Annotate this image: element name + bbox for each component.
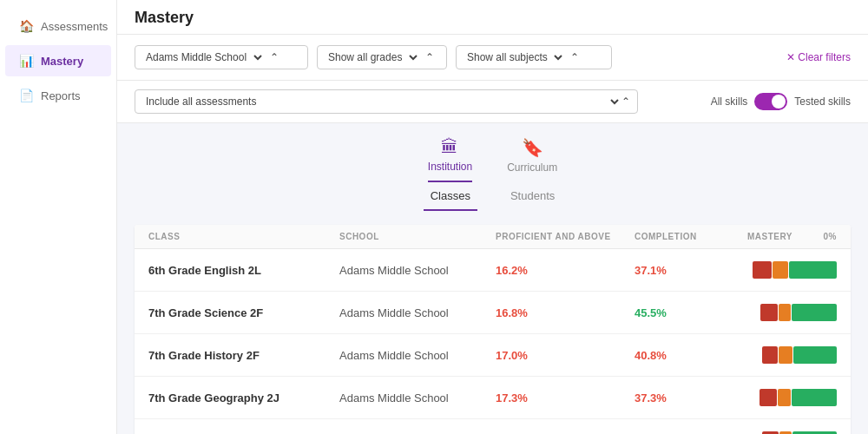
tested-skills-label: Tested skills bbox=[794, 95, 851, 108]
sidebar-item-label: Assessments bbox=[41, 20, 108, 33]
sidebar-item-label: Reports bbox=[41, 89, 81, 102]
school-name: Adams Middle School bbox=[339, 349, 496, 362]
table-row: 7th Grade Science 2F Adams Middle School… bbox=[135, 292, 851, 334]
table-row: 7th Grade Geography 2J Adams Middle Scho… bbox=[135, 377, 851, 419]
completion-value: 40.8% bbox=[635, 349, 747, 362]
institution-icon: 🏛 bbox=[441, 137, 458, 157]
bar-green bbox=[789, 261, 837, 279]
proficient-value: 16.2% bbox=[496, 264, 635, 277]
mastery-percent: 0% bbox=[824, 232, 837, 241]
skills-toggle[interactable] bbox=[754, 93, 787, 110]
class-name: 7th Grade History 2F bbox=[148, 349, 339, 362]
content-area: 🏛 Institution 🔖 Curriculum Classes Stude… bbox=[117, 123, 868, 434]
assessment-select[interactable]: Include all assessments bbox=[142, 95, 621, 108]
chart-icon: 📊 bbox=[19, 54, 34, 68]
sidebar-item-mastery[interactable]: 📊 Mastery bbox=[5, 45, 111, 76]
completion-value: 45.5% bbox=[635, 306, 747, 319]
bar-red bbox=[753, 261, 772, 279]
class-name: 7th Grade Geography 2J bbox=[148, 391, 339, 404]
class-name: 6th Grade English 2L bbox=[148, 264, 339, 277]
curriculum-icon: 🔖 bbox=[522, 137, 543, 158]
data-table: CLASS SCHOOL PROFICIENT AND ABOVE COMPLE… bbox=[135, 225, 851, 434]
assessment-filter[interactable]: Include all assessments ⌃ bbox=[135, 89, 638, 114]
school-filter[interactable]: Adams Middle School ⌃ bbox=[135, 45, 308, 69]
bar-red bbox=[762, 346, 778, 364]
tab-institution-label: Institution bbox=[428, 161, 472, 173]
mastery-bar bbox=[747, 389, 837, 406]
sidebar-item-label: Mastery bbox=[41, 55, 83, 68]
col-proficient: PROFICIENT AND ABOVE bbox=[496, 232, 635, 241]
bar-orange bbox=[779, 346, 792, 364]
mastery-bar bbox=[747, 304, 837, 321]
col-class: CLASS bbox=[148, 232, 339, 241]
all-skills-label: All skills bbox=[711, 95, 748, 108]
chevron-down-icon: ⌃ bbox=[621, 95, 630, 108]
col-mastery: MASTERY 0% bbox=[747, 232, 837, 241]
bar-orange bbox=[778, 389, 791, 406]
mastery-bar bbox=[747, 346, 837, 364]
school-name: Adams Middle School bbox=[339, 391, 496, 404]
proficient-value: 17.3% bbox=[496, 391, 635, 404]
table-row: 6th Grade Maths 2H Adams Middle School 1… bbox=[135, 419, 851, 434]
mastery-bar bbox=[747, 261, 837, 279]
bar-green bbox=[792, 304, 837, 321]
sidebar-item-assessments[interactable]: 🏠 Assessments bbox=[5, 10, 111, 42]
school-name: Adams Middle School bbox=[339, 264, 496, 277]
subtab-classes[interactable]: Classes bbox=[424, 186, 477, 211]
sidebar: 🏠 Assessments 📊 Mastery 📄 Reports bbox=[0, 0, 117, 434]
completion-value: 37.3% bbox=[635, 391, 747, 404]
second-filter-row: Include all assessments ⌃ All skills Tes… bbox=[117, 81, 868, 123]
sidebar-item-reports[interactable]: 📄 Reports bbox=[5, 80, 111, 111]
skills-toggle-group: All skills Tested skills bbox=[711, 93, 851, 110]
school-name: Adams Middle School bbox=[339, 306, 496, 319]
filters-row: Adams Middle School ⌃ Show all grades ⌃ … bbox=[117, 35, 868, 81]
bar-orange bbox=[779, 304, 791, 321]
proficient-value: 17.0% bbox=[496, 349, 635, 362]
main-tabs: 🏛 Institution 🔖 Curriculum bbox=[135, 123, 851, 182]
tab-curriculum[interactable]: 🔖 Curriculum bbox=[507, 137, 557, 182]
bar-orange bbox=[773, 261, 788, 279]
bar-green bbox=[793, 346, 837, 364]
chevron-down-icon: ⌃ bbox=[570, 51, 579, 63]
bar-red bbox=[760, 389, 777, 406]
clear-filters-button[interactable]: ✕ Clear filters bbox=[786, 51, 851, 63]
school-select[interactable]: Adams Middle School bbox=[142, 50, 265, 64]
bar-green bbox=[792, 389, 837, 406]
reports-icon: 📄 bbox=[19, 89, 34, 102]
bar-red bbox=[760, 304, 778, 321]
col-completion: COMPLETION bbox=[635, 232, 747, 241]
table-row: 7th Grade History 2F Adams Middle School… bbox=[135, 334, 851, 377]
completion-value: 37.1% bbox=[635, 264, 747, 277]
sub-tabs: Classes Students bbox=[135, 186, 851, 211]
subjects-filter[interactable]: Show all subjects ⌃ bbox=[456, 45, 612, 69]
col-school: SCHOOL bbox=[339, 232, 496, 241]
subjects-select[interactable]: Show all subjects bbox=[464, 50, 565, 64]
main-content: Mastery Adams Middle School ⌃ Show all g… bbox=[117, 0, 868, 434]
toggle-knob bbox=[772, 95, 786, 108]
table-header: CLASS SCHOOL PROFICIENT AND ABOVE COMPLE… bbox=[135, 225, 851, 249]
home-icon: 🏠 bbox=[19, 19, 34, 33]
grades-filter[interactable]: Show all grades ⌃ bbox=[317, 45, 447, 69]
tab-institution[interactable]: 🏛 Institution bbox=[428, 137, 472, 182]
subtab-students[interactable]: Students bbox=[503, 186, 562, 211]
grades-select[interactable]: Show all grades bbox=[325, 50, 420, 64]
page-title: Mastery bbox=[135, 9, 851, 34]
tab-curriculum-label: Curriculum bbox=[507, 161, 557, 174]
chevron-down-icon: ⌃ bbox=[425, 51, 434, 63]
table-row: 6th Grade English 2L Adams Middle School… bbox=[135, 249, 851, 292]
proficient-value: 16.8% bbox=[496, 306, 635, 319]
chevron-down-icon: ⌃ bbox=[270, 51, 279, 63]
page-header: Mastery bbox=[117, 0, 868, 35]
class-name: 7th Grade Science 2F bbox=[148, 306, 339, 319]
